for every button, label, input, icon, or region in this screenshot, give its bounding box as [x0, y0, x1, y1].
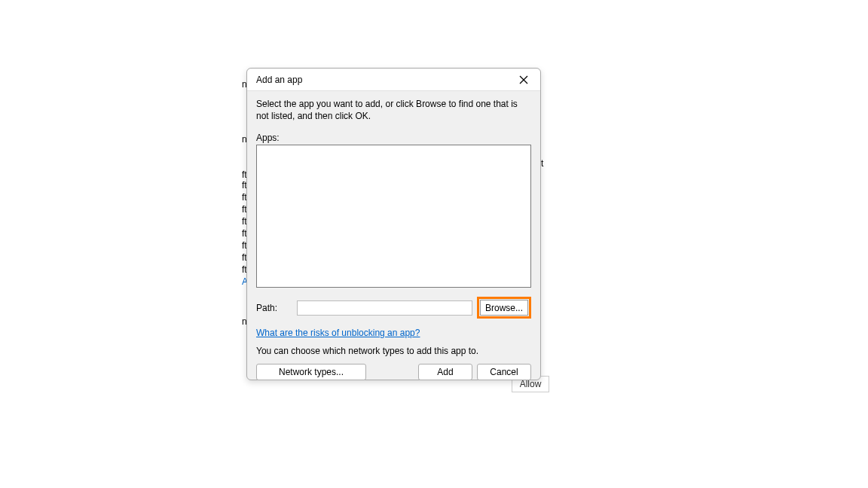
background-text: t: [541, 158, 543, 169]
network-types-text: You can choose which network types to ad…: [256, 346, 531, 356]
close-button[interactable]: [506, 69, 540, 91]
browse-button[interactable]: Browse...: [480, 300, 528, 316]
path-row: Path: Browse...: [256, 297, 531, 319]
path-input[interactable]: [297, 300, 472, 316]
button-row: Network types... Add Cancel: [256, 364, 531, 380]
path-label: Path:: [256, 303, 292, 313]
cancel-button[interactable]: Cancel: [477, 364, 531, 380]
add-button[interactable]: Add: [418, 364, 472, 380]
add-app-dialog: Add an app Select the app you want to ad…: [246, 68, 541, 380]
network-types-button[interactable]: Network types...: [256, 364, 366, 380]
instruction-text: Select the app you want to add, or click…: [256, 99, 531, 122]
title-bar: Add an app: [247, 69, 540, 91]
risk-link[interactable]: What are the risks of unblocking an app?: [256, 328, 531, 338]
dialog-title: Add an app: [256, 75, 302, 85]
apps-listbox[interactable]: [256, 145, 531, 288]
close-icon: [519, 75, 528, 84]
apps-label: Apps:: [256, 133, 531, 143]
dialog-body: Select the app you want to add, or click…: [247, 91, 540, 388]
browse-highlight: Browse...: [477, 297, 531, 319]
